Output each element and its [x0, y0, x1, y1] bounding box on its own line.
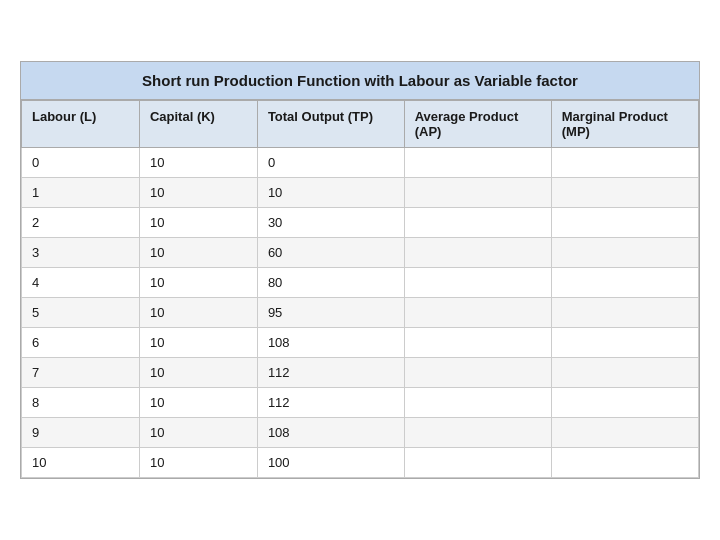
cell-capital: 10	[139, 388, 257, 418]
cell-capital: 10	[139, 178, 257, 208]
cell-labour: 0	[22, 148, 140, 178]
cell-tp: 100	[257, 448, 404, 478]
cell-capital: 10	[139, 148, 257, 178]
cell-ap	[404, 418, 551, 448]
table-row: 21030	[22, 208, 699, 238]
table-body: 0100110102103031060410805109561010871011…	[22, 148, 699, 478]
cell-labour: 10	[22, 448, 140, 478]
col-mp: Marginal Product (MP)	[551, 101, 698, 148]
cell-mp	[551, 298, 698, 328]
cell-tp: 112	[257, 358, 404, 388]
cell-labour: 2	[22, 208, 140, 238]
table-row: 810112	[22, 388, 699, 418]
cell-ap	[404, 268, 551, 298]
table-row: 31060	[22, 238, 699, 268]
cell-capital: 10	[139, 268, 257, 298]
cell-mp	[551, 178, 698, 208]
cell-mp	[551, 148, 698, 178]
col-tp: Total Output (TP)	[257, 101, 404, 148]
cell-mp	[551, 328, 698, 358]
table-row: 910108	[22, 418, 699, 448]
cell-labour: 9	[22, 418, 140, 448]
cell-tp: 108	[257, 328, 404, 358]
table-row: 51095	[22, 298, 699, 328]
table-row: 610108	[22, 328, 699, 358]
cell-capital: 10	[139, 208, 257, 238]
cell-mp	[551, 268, 698, 298]
cell-labour: 4	[22, 268, 140, 298]
cell-labour: 7	[22, 358, 140, 388]
cell-labour: 1	[22, 178, 140, 208]
cell-capital: 10	[139, 418, 257, 448]
cell-mp	[551, 208, 698, 238]
cell-tp: 10	[257, 178, 404, 208]
cell-mp	[551, 388, 698, 418]
table-row: 1010100	[22, 448, 699, 478]
cell-tp: 112	[257, 388, 404, 418]
production-table: Labour (L) Capital (K) Total Output (TP)…	[21, 100, 699, 478]
table-row: 0100	[22, 148, 699, 178]
cell-mp	[551, 238, 698, 268]
cell-tp: 108	[257, 418, 404, 448]
table-title: Short run Production Function with Labou…	[21, 62, 699, 100]
col-ap: Average Product (AP)	[404, 101, 551, 148]
cell-tp: 30	[257, 208, 404, 238]
cell-labour: 8	[22, 388, 140, 418]
cell-ap	[404, 148, 551, 178]
cell-capital: 10	[139, 298, 257, 328]
cell-tp: 60	[257, 238, 404, 268]
cell-capital: 10	[139, 448, 257, 478]
col-labour: Labour (L)	[22, 101, 140, 148]
col-capital: Capital (K)	[139, 101, 257, 148]
cell-mp	[551, 358, 698, 388]
cell-ap	[404, 298, 551, 328]
cell-capital: 10	[139, 328, 257, 358]
cell-labour: 5	[22, 298, 140, 328]
cell-ap	[404, 208, 551, 238]
cell-mp	[551, 448, 698, 478]
table-row: 11010	[22, 178, 699, 208]
cell-tp: 95	[257, 298, 404, 328]
table-row: 710112	[22, 358, 699, 388]
cell-tp: 0	[257, 148, 404, 178]
cell-capital: 10	[139, 238, 257, 268]
cell-labour: 6	[22, 328, 140, 358]
cell-tp: 80	[257, 268, 404, 298]
cell-ap	[404, 358, 551, 388]
header-row: Labour (L) Capital (K) Total Output (TP)…	[22, 101, 699, 148]
cell-ap	[404, 388, 551, 418]
table-row: 41080	[22, 268, 699, 298]
cell-ap	[404, 238, 551, 268]
table-container: Short run Production Function with Labou…	[20, 61, 700, 479]
cell-mp	[551, 418, 698, 448]
cell-labour: 3	[22, 238, 140, 268]
cell-ap	[404, 178, 551, 208]
cell-ap	[404, 448, 551, 478]
cell-ap	[404, 328, 551, 358]
cell-capital: 10	[139, 358, 257, 388]
